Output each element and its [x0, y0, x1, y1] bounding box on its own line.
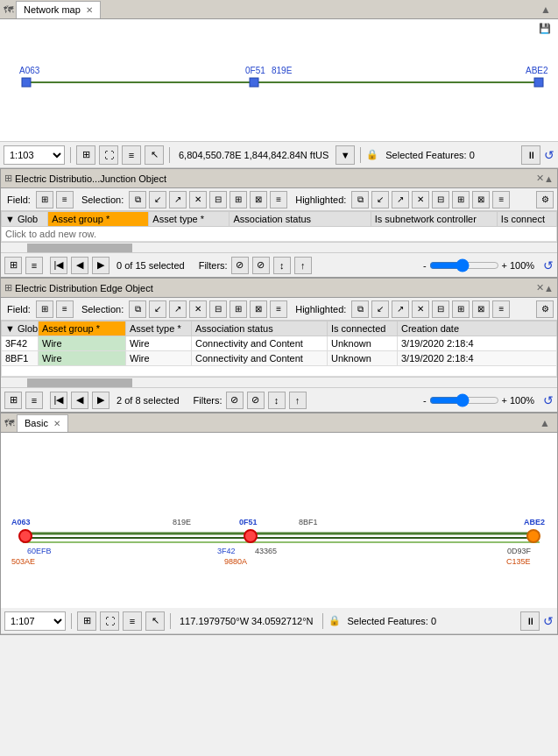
e-refresh-btn[interactable]: ↺: [543, 393, 554, 407]
e-sel-btn2[interactable]: ↙: [149, 300, 166, 318]
table-row[interactable]: 8BF1 Wire Wire Connectivity and Content …: [2, 351, 557, 366]
j-sel-btn2[interactable]: ↙: [149, 191, 166, 208]
e-field-btn1[interactable]: ⊞: [36, 300, 53, 318]
e-zoom-minus[interactable]: -: [423, 395, 427, 406]
j-hscroll[interactable]: [1, 242, 557, 252]
click-to-add[interactable]: Click to add new row.: [2, 227, 557, 242]
scale-select-2[interactable]: 1:107: [4, 611, 66, 631]
j-next-btn[interactable]: ▶: [92, 257, 109, 274]
j-col-issubnet[interactable]: Is subnetwork controller: [371, 212, 497, 227]
j-sel-btn4[interactable]: ✕: [189, 191, 207, 208]
j-sel-btn8[interactable]: ≡: [270, 191, 287, 208]
e-sel-btn7[interactable]: ⊠: [250, 300, 267, 318]
e-hscroll-thumb[interactable]: [27, 378, 132, 387]
junction-panel-close[interactable]: ✕: [536, 173, 544, 184]
e-hi-btn5[interactable]: ⊟: [432, 300, 449, 318]
j-prev-btn[interactable]: ◀: [71, 257, 88, 274]
basic-tab[interactable]: Basic ✕: [17, 414, 68, 432]
j-sel-btn6[interactable]: ⊞: [230, 191, 247, 208]
j-filter-btn2[interactable]: ⊘: [252, 257, 270, 274]
e-hi-btn2[interactable]: ↙: [371, 300, 389, 318]
layers-btn-2[interactable]: ≡: [123, 611, 142, 631]
e-col-date[interactable]: Creation date: [398, 321, 557, 336]
j-col-assetgroup[interactable]: Asset group *: [48, 212, 149, 227]
j-sel-btn3[interactable]: ↗: [169, 191, 187, 208]
e-col-assetgroup[interactable]: Asset group *: [39, 321, 126, 336]
j-field-btn1[interactable]: ⊞: [36, 191, 53, 208]
j-first-btn[interactable]: |◀: [50, 257, 67, 274]
j-zoom-slider[interactable]: [429, 258, 499, 272]
e-hscroll[interactable]: [1, 377, 557, 387]
e-sel-btn1[interactable]: ⧉: [129, 300, 146, 318]
pause-btn-2[interactable]: ⏸: [520, 611, 540, 631]
e-filter-btn1[interactable]: ⊘: [226, 392, 244, 409]
e-sel-btn3[interactable]: ↗: [169, 300, 187, 318]
refresh-btn-1[interactable]: ↺: [544, 148, 554, 162]
e-col-glob[interactable]: ▼ Glob: [2, 321, 39, 336]
j-hi-btn3[interactable]: ↗: [392, 191, 409, 208]
e-hi-btn8[interactable]: ≡: [492, 300, 510, 318]
e-filter-btn4[interactable]: ↑: [289, 392, 307, 409]
zoom-full-btn[interactable]: ⛶: [99, 145, 118, 165]
refresh-btn-2[interactable]: ↺: [543, 614, 554, 628]
coord-units-btn[interactable]: ▼: [336, 145, 355, 165]
e-next-btn[interactable]: ▶: [92, 392, 109, 409]
j-col-assettype[interactable]: Asset type *: [149, 212, 230, 227]
zoom-to-native-btn[interactable]: ⊞: [76, 145, 95, 165]
select-btn-2[interactable]: ↖: [145, 611, 165, 631]
junction-table-scroll[interactable]: ▼ Glob Asset group * Asset type * Associ…: [1, 211, 557, 242]
network-map-maximize[interactable]: ▲: [537, 4, 554, 16]
zoom-native-btn-2[interactable]: ⊞: [77, 611, 96, 631]
e-zoom-slider[interactable]: [429, 393, 499, 407]
e-first-btn[interactable]: |◀: [50, 392, 67, 409]
j-sel-btn5[interactable]: ⊟: [209, 191, 227, 208]
e-col-isconn[interactable]: Is connected: [328, 321, 398, 336]
e-col-assettype[interactable]: Asset type *: [126, 321, 192, 336]
e-hi-btn4[interactable]: ✕: [412, 300, 429, 318]
basic-map-canvas[interactable]: A063 60EFB 503AE 0F51 3F42 9880A 43365 8…: [1, 433, 557, 608]
j-refresh-btn[interactable]: ↺: [543, 258, 554, 272]
select-btn[interactable]: ↖: [145, 145, 164, 165]
j-hi-btn6[interactable]: ⊞: [452, 191, 470, 208]
j-hi-btn8[interactable]: ≡: [492, 191, 510, 208]
j-hi-btn1[interactable]: ⧉: [351, 191, 369, 208]
j-hi-btn5[interactable]: ⊟: [432, 191, 449, 208]
junction-panel-maximize[interactable]: ▲: [544, 173, 554, 184]
e-row3-partial[interactable]: [2, 366, 557, 377]
e-sel-btn4[interactable]: ✕: [189, 300, 207, 318]
basic-tab-close[interactable]: ✕: [53, 419, 60, 428]
network-map-tab[interactable]: Network map ✕: [16, 1, 101, 18]
j-list-btn[interactable]: ≡: [25, 257, 43, 274]
j-click-row[interactable]: Click to add new row.: [2, 227, 557, 242]
j-hi-btn7[interactable]: ⊠: [472, 191, 490, 208]
zoom-full-btn-2[interactable]: ⛶: [100, 611, 119, 631]
e-hi-btn7[interactable]: ⊠: [472, 300, 490, 318]
j-hscroll-thumb[interactable]: [27, 244, 132, 252]
j-settings-btn[interactable]: ⚙: [536, 191, 554, 208]
edge-panel-close[interactable]: ✕: [536, 282, 544, 293]
e-hi-btn3[interactable]: ↗: [392, 300, 409, 318]
e-zoom-plus[interactable]: +: [502, 395, 507, 406]
pause-btn-1[interactable]: ⏸: [521, 145, 540, 165]
edge-table-scroll[interactable]: ▼ Glob Asset group * Asset type * Associ…: [1, 321, 557, 377]
e-list-btn[interactable]: ≡: [25, 392, 43, 409]
e-filter-btn3[interactable]: ↕: [268, 392, 286, 409]
j-filter-btn4[interactable]: ↑: [294, 257, 312, 274]
basic-maximize[interactable]: ▲: [536, 417, 554, 429]
network-map-tab-close[interactable]: ✕: [86, 5, 93, 15]
j-filter-btn3[interactable]: ↕: [273, 257, 291, 274]
e-col-assocstatus[interactable]: Association status: [192, 321, 328, 336]
j-sel-btn1[interactable]: ⧉: [129, 191, 146, 208]
j-field-btn2[interactable]: ≡: [56, 191, 74, 208]
j-view-btn[interactable]: ⊞: [4, 257, 22, 274]
e-sel-btn5[interactable]: ⊟: [209, 300, 227, 318]
j-sel-btn7[interactable]: ⊠: [250, 191, 267, 208]
e-filter-btn2[interactable]: ⊘: [247, 392, 265, 409]
j-col-isconnect[interactable]: Is connect: [497, 212, 556, 227]
j-filter-btn1[interactable]: ⊘: [231, 257, 249, 274]
e-sel-btn8[interactable]: ≡: [270, 300, 287, 318]
e-settings-btn[interactable]: ⚙: [536, 300, 554, 318]
edge-panel-maximize[interactable]: ▲: [544, 283, 554, 293]
j-zoom-minus[interactable]: -: [423, 260, 427, 271]
scale-select-1[interactable]: 1:103: [4, 145, 65, 165]
